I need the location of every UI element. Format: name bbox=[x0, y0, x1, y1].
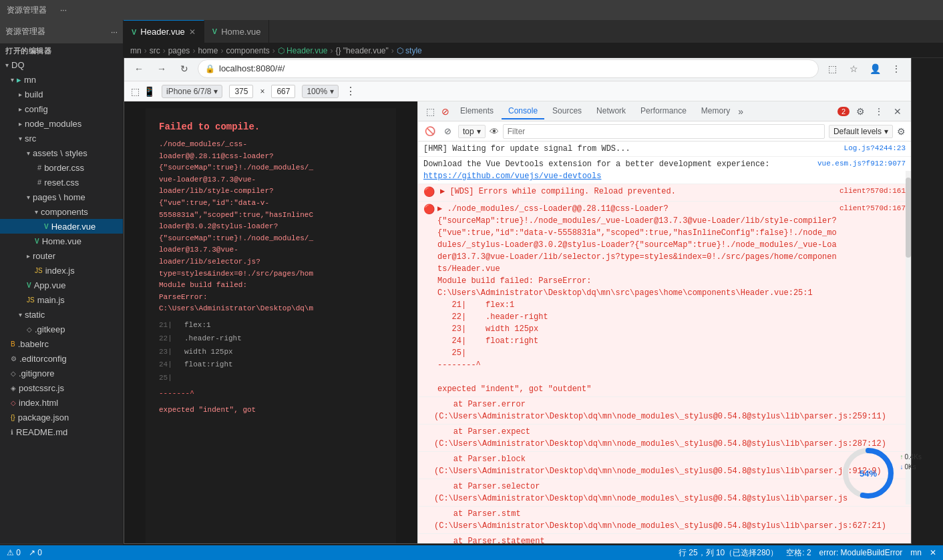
devtools-more-tabs-icon[interactable]: » bbox=[738, 106, 743, 117]
breadcrumb-components[interactable]: components bbox=[226, 46, 269, 55]
status-error-message[interactable]: error: ModuleBuildError bbox=[819, 548, 903, 557]
inspect-toggle-btn[interactable]: ⬚ bbox=[131, 86, 140, 97]
devtools-pause-btn[interactable]: ⊘ bbox=[439, 106, 452, 117]
status-warnings[interactable]: ↗ 0 bbox=[29, 548, 42, 557]
profile-btn[interactable]: 👤 bbox=[866, 59, 884, 78]
width-input[interactable] bbox=[229, 85, 253, 98]
tab-elements[interactable]: Elements bbox=[453, 103, 500, 119]
tree-config[interactable]: ▸ config bbox=[0, 101, 123, 116]
tree-gitkeep[interactable]: ◇ .gitkeep bbox=[0, 322, 123, 336]
tree-src[interactable]: ▾ src bbox=[0, 131, 123, 146]
tree-postcssrc[interactable]: ◈ postcssrc.js bbox=[0, 380, 123, 395]
chevron-icon: ▸ bbox=[27, 252, 30, 260]
error-screen: Failed to compile. ./node_modules/_css-l… bbox=[146, 108, 396, 543]
status-close-icon[interactable]: ✕ bbox=[930, 548, 936, 557]
reload-btn[interactable]: ↻ bbox=[175, 59, 194, 78]
context-selector[interactable]: top ▾ bbox=[458, 125, 486, 138]
mobile-view-btn[interactable]: 📱 bbox=[144, 86, 155, 97]
console-filter-btn[interactable]: ⊘ bbox=[441, 125, 454, 138]
tree-gitignore[interactable]: ◇ .gitignore bbox=[0, 366, 123, 380]
tab-network[interactable]: Network bbox=[590, 103, 632, 119]
cast-btn[interactable]: ⬚ bbox=[823, 59, 841, 78]
menu-btn[interactable]: ⋮ bbox=[887, 59, 906, 78]
devtools-settings-btn[interactable]: ⚙ bbox=[852, 103, 868, 119]
tab-performance[interactable]: Performance bbox=[634, 103, 693, 119]
console-source-link[interactable]: client?570d:167 bbox=[839, 203, 906, 395]
breadcrumb-mn[interactable]: mn bbox=[130, 46, 142, 55]
chevron-icon: ▾ bbox=[27, 194, 30, 201]
devtools-right-icons: 2 ⚙ ⋮ ✕ bbox=[837, 103, 906, 119]
tree-header-vue[interactable]: V Header.vue bbox=[0, 219, 123, 234]
console-filter-input[interactable] bbox=[503, 124, 825, 139]
tree-build[interactable]: ▸ build bbox=[0, 87, 123, 101]
devtools-close-btn[interactable]: ✕ bbox=[890, 103, 906, 119]
tab-home-vue[interactable]: V Home.vue bbox=[204, 20, 270, 43]
tree-mn[interactable]: ▾ ▸ mn bbox=[0, 72, 123, 87]
bookmark-btn[interactable]: ☆ bbox=[844, 59, 863, 78]
status-indent[interactable]: 空格: 2 bbox=[786, 547, 811, 559]
vue-tab-icon: V bbox=[212, 27, 217, 35]
breadcrumb-header-vue[interactable]: ⬡ Header.vue bbox=[278, 46, 328, 55]
console-entry: 🔴 ▶ [WDS] Errors while compiling. Reload… bbox=[418, 184, 911, 202]
breadcrumb-home[interactable]: home bbox=[198, 46, 218, 55]
console-text: at Parser.selector(C:\Users\Administrato… bbox=[434, 481, 906, 505]
breadcrumb-header-vue-string[interactable]: {} "header.vue" bbox=[336, 46, 389, 55]
console-source-link[interactable]: Log.js?4244:23 bbox=[844, 143, 906, 154]
tree-router[interactable]: ▸ router bbox=[0, 248, 123, 263]
tree-root-dq[interactable]: ▾ DQ bbox=[0, 57, 123, 72]
devtools-link[interactable]: https://github.com/vuejs/vue-devtools bbox=[423, 172, 601, 181]
devtools-dock-btn[interactable]: ⬚ bbox=[423, 106, 437, 117]
tree-readme[interactable]: ℹ README.md bbox=[0, 425, 123, 439]
tab-sources[interactable]: Sources bbox=[546, 103, 588, 119]
tree-static[interactable]: ▾ static bbox=[0, 307, 123, 322]
network-circle-container: 54% ↑ 0.4Ks ↓ 0Ks bbox=[841, 447, 895, 500]
log-levels-selector[interactable]: Default levels ▾ bbox=[829, 125, 893, 138]
device-label: iPhone 6/7/8 bbox=[166, 87, 211, 96]
more-options-btn[interactable]: ⋮ bbox=[345, 85, 356, 97]
back-btn[interactable]: ← bbox=[130, 59, 148, 78]
tree-editorconfig[interactable]: ⚙ .editorconfig bbox=[0, 351, 123, 366]
console-source-link[interactable]: client?570d:161 bbox=[839, 186, 906, 197]
tab-close-icon[interactable]: ✕ bbox=[189, 27, 196, 37]
tree-assets-styles[interactable]: ▾ assets \ styles bbox=[0, 146, 123, 160]
menu-more[interactable]: ··· bbox=[60, 5, 67, 15]
device-selector[interactable]: iPhone 6/7/8 ▾ bbox=[162, 85, 222, 98]
tree-main-js[interactable]: JS main.js bbox=[0, 292, 123, 307]
eye-btn[interactable]: 👁 bbox=[490, 126, 499, 137]
tree-index-html[interactable]: ◇ index.html bbox=[0, 395, 123, 410]
tree-index-js[interactable]: JS index.js bbox=[0, 263, 123, 278]
tree-app-vue[interactable]: V App.vue bbox=[0, 278, 123, 292]
breadcrumb-src[interactable]: src bbox=[150, 46, 160, 55]
status-errors[interactable]: ⚠ 0 bbox=[7, 548, 21, 557]
height-input[interactable] bbox=[271, 85, 295, 98]
tree-babelrc[interactable]: B .babelrc bbox=[0, 336, 123, 351]
tree-components[interactable]: ▾ components bbox=[0, 204, 123, 219]
tree-pages-home[interactable]: ▾ pages \ home bbox=[0, 190, 123, 204]
chevron-icon: ▾ bbox=[27, 150, 30, 157]
status-left: ⚠ 0 ↗ 0 bbox=[7, 548, 42, 557]
status-mn[interactable]: mn bbox=[910, 548, 922, 557]
file-icon: ◇ bbox=[11, 370, 16, 377]
tree-border-css[interactable]: # border.css bbox=[0, 160, 123, 175]
address-bar[interactable]: 🔒 localhost:8080/#/ bbox=[198, 59, 819, 78]
tab-console[interactable]: Console bbox=[502, 103, 544, 119]
devtools-kebab-btn[interactable]: ⋮ bbox=[871, 103, 887, 119]
breadcrumb-style[interactable]: ⬡ style bbox=[397, 46, 422, 55]
chevron-icon: ▾ bbox=[5, 61, 9, 69]
status-cursor[interactable]: 行 25，列 10（已选择280） bbox=[679, 547, 778, 559]
zoom-selector[interactable]: 100% ▾ bbox=[302, 85, 339, 98]
tree-home-vue[interactable]: V Home.vue bbox=[0, 234, 123, 248]
tab-header-vue[interactable]: V Header.vue ✕ bbox=[124, 20, 204, 43]
tree-node-modules[interactable]: ▸ node_modules bbox=[0, 116, 123, 131]
console-settings-icon[interactable]: ⚙ bbox=[897, 126, 906, 137]
tab-memory[interactable]: Memory bbox=[695, 103, 737, 119]
forward-btn[interactable]: → bbox=[152, 59, 171, 78]
breadcrumb-pages[interactable]: pages bbox=[168, 46, 190, 55]
console-clear-btn[interactable]: 🚫 bbox=[423, 125, 437, 138]
console-source-link[interactable]: vue.esm.js?f912:9077 bbox=[817, 158, 906, 170]
tree-package-json[interactable]: {} package.json bbox=[0, 410, 123, 425]
sidebar-more-icon[interactable]: ··· bbox=[111, 27, 118, 37]
console-text: at Parser.error(C:\Users\Administrator\D… bbox=[434, 398, 906, 423]
tree-reset-css[interactable]: # reset.css bbox=[0, 175, 123, 190]
scrollbar-thumb[interactable] bbox=[906, 178, 911, 258]
